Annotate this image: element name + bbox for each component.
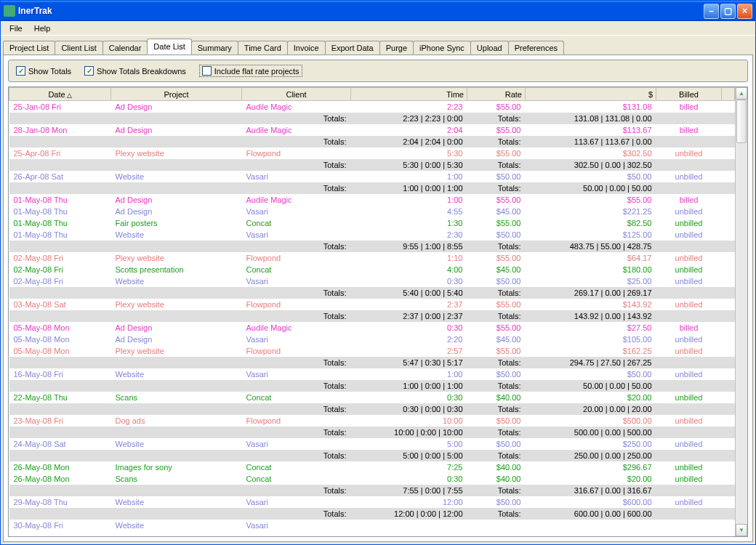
totals-row: Totals:2:23 | 2:23 | 0:00Totals:131.08 |… bbox=[9, 113, 735, 124]
scroll-down-button[interactable]: ▼ bbox=[736, 524, 747, 536]
table-row[interactable]: 25-Jan-08 FriAd DesignAudile Magic2:23$5… bbox=[9, 101, 735, 113]
totals-row: Totals:5:30 | 0:00 | 5:30Totals:302.50 |… bbox=[9, 159, 735, 171]
totals-row: Totals:5:00 | 0:00 | 5:00Totals:250.00 |… bbox=[9, 450, 735, 461]
menu-file[interactable]: File bbox=[4, 23, 28, 34]
totals-row: Totals:5:47 | 0:30 | 5:17Totals:294.75 |… bbox=[9, 357, 735, 368]
table-row[interactable]: 02-May-08 FriScotts presentationConcat4:… bbox=[9, 264, 735, 275]
minimize-button[interactable]: – bbox=[704, 4, 719, 19]
menu-help[interactable]: Help bbox=[28, 23, 57, 34]
totals-row: Totals:5:40 | 0:00 | 5:40Totals:269.17 |… bbox=[9, 287, 735, 299]
tab-calendar[interactable]: Calendar bbox=[102, 41, 148, 54]
col-client[interactable]: Client bbox=[242, 88, 351, 101]
tab-time-card[interactable]: Time Card bbox=[238, 41, 288, 54]
totals-row: Totals:1:00 | 0:00 | 1:00Totals:50.00 | … bbox=[9, 380, 735, 392]
table-row[interactable]: 01-May-08 ThuAd DesignAudile Magic1:00$5… bbox=[9, 194, 735, 206]
options-bar: Show Totals Show Totals Breakdowns Inclu… bbox=[8, 60, 748, 82]
table-row[interactable]: 02-May-08 FriWebsiteVasari0:30$50.00$25.… bbox=[9, 275, 735, 287]
table-row[interactable]: 30-May-08 FriWebsiteVasari bbox=[9, 520, 735, 531]
totals-row: Totals:7:55 | 0:00 | 7:55Totals:316.67 |… bbox=[9, 485, 735, 496]
show-breakdowns-label: Show Totals Breakdowns bbox=[97, 67, 186, 76]
table-row[interactable]: 26-May-08 MonImages for sonyConcat7:25$4… bbox=[9, 461, 735, 473]
col-pad bbox=[722, 88, 735, 101]
app-icon bbox=[4, 5, 15, 17]
window-title: InerTrak bbox=[18, 6, 704, 16]
checkbox-icon bbox=[16, 66, 25, 76]
col-project[interactable]: Project bbox=[111, 88, 242, 101]
table-row[interactable]: 26-Apr-08 SatWebsiteVasari1:00$50.00$50.… bbox=[9, 171, 735, 182]
tab-invoice[interactable]: Invoice bbox=[287, 41, 326, 54]
tab-bar: Project ListClient ListCalendarDate List… bbox=[3, 39, 753, 54]
scroll-thumb[interactable] bbox=[736, 100, 747, 143]
col-amount[interactable]: $ bbox=[526, 88, 656, 101]
table-row[interactable]: 01-May-08 ThuWebsiteVasari2:30$50.00$125… bbox=[9, 229, 735, 241]
tab-client-list[interactable]: Client List bbox=[55, 41, 102, 54]
flat-rate-label: Include flat rate projects bbox=[214, 67, 299, 76]
totals-row: Totals:12:00 | 0:00 | 12:00Totals:600.00… bbox=[9, 508, 735, 520]
tab-upload[interactable]: Upload bbox=[470, 41, 509, 54]
tab-summary[interactable]: Summary bbox=[191, 41, 238, 54]
col-time[interactable]: Time bbox=[351, 88, 467, 101]
totals-row: Totals:10:00 | 0:00 | 10:00Totals:500.00… bbox=[9, 427, 735, 438]
totals-row: Totals:1:00 | 0:00 | 1:00Totals:50.00 | … bbox=[9, 182, 735, 194]
date-list-grid[interactable]: Date△ Project Client Time Rate $ Billed … bbox=[9, 87, 735, 536]
table-row[interactable]: 05-May-08 MonAd DesignAudile Magic0:30$5… bbox=[9, 322, 735, 334]
vertical-scrollbar[interactable]: ▲ ▼ bbox=[735, 87, 747, 536]
totals-row: Totals:9:55 | 1:00 | 8:55Totals:483.75 |… bbox=[9, 241, 735, 252]
table-row[interactable]: 16-May-08 FriWebsiteVasari1:00$50.00$50.… bbox=[9, 368, 735, 380]
table-row[interactable]: 02-May-08 FriPlexy websiteFlowpond1:10$5… bbox=[9, 252, 735, 264]
table-row[interactable]: 01-May-08 ThuFair postersConcat1:30$55.0… bbox=[9, 217, 735, 229]
table-row[interactable]: 01-May-08 ThuAd DesignVasari4:55$45.00$2… bbox=[9, 206, 735, 217]
tab-iphone-sync[interactable]: iPhone Sync bbox=[413, 41, 471, 54]
checkbox-icon bbox=[84, 66, 94, 76]
maximize-button[interactable]: ▢ bbox=[720, 4, 736, 19]
table-row[interactable]: 05-May-08 MonPlexy websiteFlowpond2:57$5… bbox=[9, 345, 735, 357]
tab-purge[interactable]: Purge bbox=[379, 41, 414, 54]
col-billed[interactable]: Billed bbox=[656, 88, 722, 101]
checkbox-icon bbox=[202, 66, 212, 76]
totals-row: Totals:2:04 | 2:04 | 0:00Totals:113.67 |… bbox=[9, 136, 735, 148]
tab-project-list[interactable]: Project List bbox=[3, 41, 55, 54]
tab-preferences[interactable]: Preferences bbox=[508, 41, 564, 54]
flat-rate-checkbox[interactable]: Include flat rate projects bbox=[202, 66, 299, 76]
scroll-up-button[interactable]: ▲ bbox=[736, 87, 747, 100]
close-button[interactable]: × bbox=[737, 4, 752, 19]
show-totals-label: Show Totals bbox=[28, 67, 71, 76]
tab-panel: Show Totals Show Totals Breakdowns Inclu… bbox=[3, 54, 753, 542]
tab-export-data[interactable]: Export Data bbox=[325, 41, 380, 54]
table-row[interactable]: 23-May-08 FriDog adsFlowpond10:00$50.00$… bbox=[9, 415, 735, 427]
tab-date-list[interactable]: Date List bbox=[147, 39, 191, 54]
col-date[interactable]: Date△ bbox=[9, 88, 111, 101]
table-row[interactable]: 26-May-08 MonScansConcat0:30$40.00$20.00… bbox=[9, 473, 735, 485]
titlebar: InerTrak – ▢ × bbox=[1, 1, 755, 21]
table-row[interactable]: 05-May-08 MonAd DesignVasari2:20$45.00$1… bbox=[9, 334, 735, 345]
totals-row: Totals:0:30 | 0:00 | 0:30Totals:20.00 | … bbox=[9, 403, 735, 415]
show-breakdowns-checkbox[interactable]: Show Totals Breakdowns bbox=[84, 66, 186, 76]
table-row[interactable]: 25-Apr-08 FriPlexy websiteFlowpond5:30$5… bbox=[9, 148, 735, 159]
table-row[interactable]: 03-May-08 SatPlexy websiteFlowpond2:37$5… bbox=[9, 299, 735, 310]
table-row[interactable]: 24-May-08 SatWebsiteVasari5:00$50.00$250… bbox=[9, 438, 735, 450]
table-row[interactable]: 28-Jan-08 MonAd DesignAudile Magic2:04$5… bbox=[9, 124, 735, 136]
menubar: File Help bbox=[1, 21, 755, 36]
header-row: Date△ Project Client Time Rate $ Billed bbox=[9, 88, 735, 101]
table-row[interactable]: 29-May-08 ThuWebsiteVasari12:00$50.00$60… bbox=[9, 496, 735, 508]
totals-row: Totals:2:37 | 0:00 | 2:37Totals:143.92 |… bbox=[9, 310, 735, 322]
table-row[interactable]: 22-May-08 ThuScansConcat0:30$40.00$20.00… bbox=[9, 392, 735, 403]
col-rate[interactable]: Rate bbox=[467, 88, 526, 101]
show-totals-checkbox[interactable]: Show Totals bbox=[16, 66, 71, 76]
sort-asc-icon: △ bbox=[67, 92, 72, 99]
